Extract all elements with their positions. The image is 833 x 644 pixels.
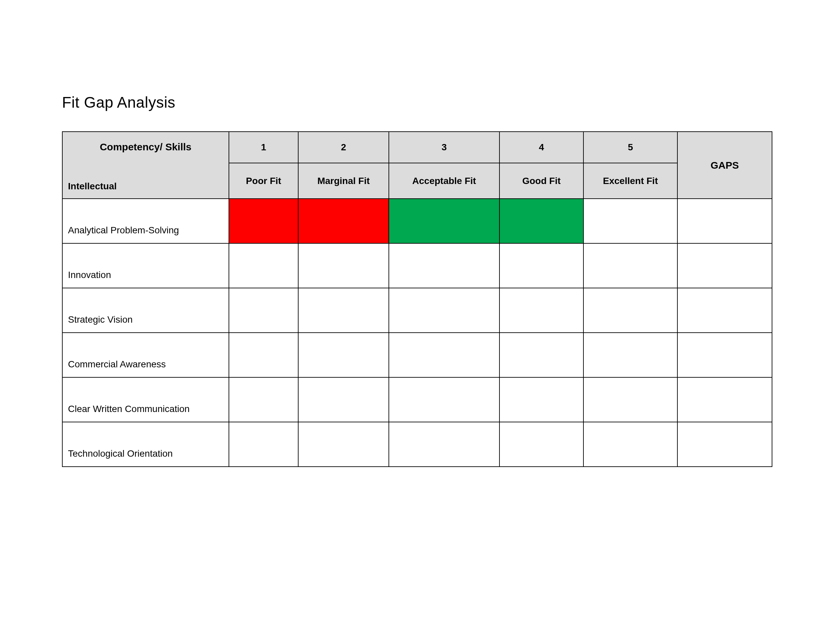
rating-cell: [298, 422, 389, 467]
category-intellectual: Intellectual: [62, 163, 229, 199]
header-competency-skills: Competency/ Skills: [62, 132, 229, 163]
rating-cell: [500, 199, 584, 243]
fit-gap-table: Competency/ Skills 1 2 3 4 5 GAPS Intell…: [62, 131, 772, 467]
rating-cell: [389, 422, 500, 467]
rating-cell: [298, 199, 389, 243]
page-title: Fit Gap Analysis: [62, 93, 771, 111]
rating-cell: [298, 377, 389, 422]
skill-label: Commercial Awareness: [62, 333, 229, 377]
rating-cell: [500, 377, 584, 422]
header-scale-2-label: Marginal Fit: [298, 163, 389, 199]
skill-label: Strategic Vision: [62, 288, 229, 333]
gaps-cell: [677, 243, 772, 288]
rating-cell: [229, 199, 298, 243]
table-row: Commercial Awareness: [62, 333, 772, 377]
table-row: Clear Written Communication: [62, 377, 772, 422]
rating-cell: [500, 422, 584, 467]
header-row-1: Competency/ Skills 1 2 3 4 5 GAPS: [62, 132, 772, 163]
rating-cell: [229, 243, 298, 288]
rating-cell: [389, 288, 500, 333]
header-scale-1-num: 1: [229, 132, 298, 163]
rating-cell: [389, 377, 500, 422]
table-row: Innovation: [62, 243, 772, 288]
header-scale-4-num: 4: [500, 132, 584, 163]
header-scale-2-num: 2: [298, 132, 389, 163]
header-scale-4-label: Good Fit: [500, 163, 584, 199]
skill-label: Technological Orientation: [62, 422, 229, 467]
gaps-cell: [677, 422, 772, 467]
table-row: Strategic Vision: [62, 288, 772, 333]
rating-cell: [389, 199, 500, 243]
gaps-cell: [677, 377, 772, 422]
rating-cell: [229, 422, 298, 467]
header-scale-3-label: Acceptable Fit: [389, 163, 500, 199]
rating-cell: [500, 243, 584, 288]
rating-cell: [389, 333, 500, 377]
rating-cell: [298, 333, 389, 377]
rating-cell: [584, 377, 677, 422]
rating-cell: [298, 243, 389, 288]
rating-cell: [229, 288, 298, 333]
gaps-cell: [677, 199, 772, 243]
skill-label: Clear Written Communication: [62, 377, 229, 422]
gaps-cell: [677, 333, 772, 377]
header-scale-5-label: Excellent Fit: [584, 163, 677, 199]
rating-cell: [584, 199, 677, 243]
rating-cell: [229, 333, 298, 377]
table-row: Analytical Problem-Solving: [62, 199, 772, 243]
table-row: Technological Orientation: [62, 422, 772, 467]
skill-label: Innovation: [62, 243, 229, 288]
rating-cell: [584, 422, 677, 467]
rating-cell: [584, 243, 677, 288]
rating-cell: [500, 333, 584, 377]
header-scale-1-label: Poor Fit: [229, 163, 298, 199]
rating-cell: [584, 333, 677, 377]
header-scale-3-num: 3: [389, 132, 500, 163]
header-scale-5-num: 5: [584, 132, 677, 163]
rating-cell: [229, 377, 298, 422]
rating-cell: [298, 288, 389, 333]
rating-cell: [389, 243, 500, 288]
rating-cell: [584, 288, 677, 333]
rating-cell: [500, 288, 584, 333]
gaps-cell: [677, 288, 772, 333]
header-gaps: GAPS: [677, 132, 772, 199]
skill-label: Analytical Problem-Solving: [62, 199, 229, 243]
header-row-2: Intellectual Poor Fit Marginal Fit Accep…: [62, 163, 772, 199]
